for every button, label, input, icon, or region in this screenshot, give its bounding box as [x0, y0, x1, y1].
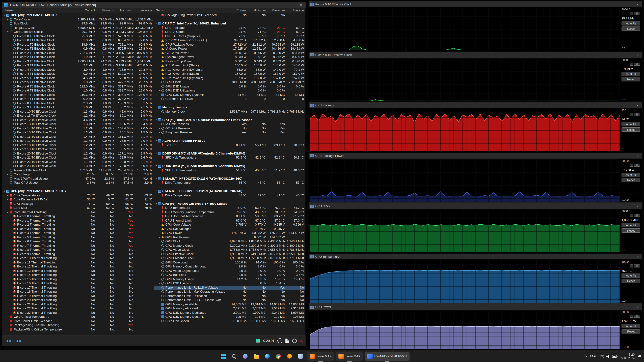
expand-chevron-icon[interactable]: ▸ — [6, 210, 10, 214]
sensor-row[interactable]: GPU D3D Memory Dynamic105 MB104 MB122 MB… — [154, 315, 305, 319]
graph-titlebar[interactable]: GPU Power× — [309, 304, 642, 310]
sensor-row[interactable]: GPU Crossbar Clock1,953.0 MHz1,725.0 MHz… — [154, 256, 305, 260]
graph-option-button[interactable] — [637, 315, 640, 318]
sensor-row[interactable]: GPU Memory Allocated2,321 MB2,309 MB2,56… — [154, 306, 305, 311]
graph-titlebar[interactable]: CPU Package× — [309, 103, 642, 108]
sensor-row[interactable]: P-core 7 T0 Effective Clock110.6 MHz71.6… — [2, 93, 154, 97]
sensor-row[interactable]: P-core 4 T0 Effective Clock3.9 MHz1.0 MH… — [2, 67, 154, 72]
expand-chevron-icon[interactable]: ▸ — [158, 131, 161, 135]
sensor-row[interactable]: ▸GT Limit ReasonsNoNoYes — [154, 126, 305, 130]
sensor-section-row[interactable]: ▾Memory Timings — [154, 105, 305, 109]
close-button[interactable]: × — [297, 2, 305, 8]
sensor-row[interactable]: P-core 4 T1 Effective Clock0.9 MHz0.8 MH… — [2, 72, 154, 76]
explorer-button[interactable] — [252, 352, 260, 361]
expand-chevron-icon[interactable]: ▸ — [158, 126, 161, 130]
column-header-maximum[interactable]: Maximum — [116, 9, 135, 12]
sensor-row[interactable]: P-core 0 T0 Effective Clock25.3 MHz5.0 M… — [2, 34, 154, 38]
sensor-row[interactable]: Performance Limit - UtilizationNoNoNoNo — [154, 294, 305, 298]
taskbar-app-powermax[interactable]: powerMAX — [307, 352, 334, 361]
expand-chevron-icon[interactable]: ▾ — [155, 105, 158, 109]
sensor-row[interactable]: P-core 1 T0 Effective Clock39.9 MHz2.6 M… — [2, 42, 154, 46]
sensor-row[interactable]: GPU Effective Clock1,936.8 MHz749.3 MHz2… — [154, 252, 305, 256]
sensor-row[interactable]: GT Cores Power0.007 W0.006 W0.050 W0.008… — [154, 51, 305, 55]
graph-plot[interactable] — [310, 58, 620, 101]
sensor-row[interactable]: E-core 13 Thermal ThrottlingNoNoNo — [2, 269, 154, 273]
sensor-row[interactable]: Core Power Limit ExceededNoNoNo — [2, 319, 154, 323]
firefox-button[interactable] — [285, 352, 294, 361]
graph-option-button[interactable] — [637, 163, 640, 166]
sensor-row[interactable]: ▸GPU D3D Usages0.0 %75.4 % — [154, 281, 305, 285]
column-header-sensor[interactable]: Sensor — [154, 9, 230, 12]
graph-titlebar[interactable]: P-core 0 T0 Effective Clock× — [309, 2, 642, 7]
taskbar-app-powermax[interactable]: powerMAX — [336, 352, 362, 361]
sensor-section-row[interactable]: ▾CPU [#0]: Intel Core i9-14900HX — [2, 13, 154, 17]
sensor-row[interactable]: SPD Hub Temperature51.2 °C40.0 °C51.2 °C… — [154, 168, 305, 172]
sensor-row[interactable]: PL2 Power Limit (Static)157.0 W157.0 W15… — [154, 72, 305, 76]
reset-button[interactable]: Reset — [622, 26, 640, 31]
graph-option-button[interactable] — [634, 163, 636, 166]
next-sensors-button[interactable]: ◄► — [15, 338, 22, 343]
sensor-row[interactable]: Package/Ring Critical TemperatureNoNoNo — [2, 327, 154, 332]
sensor-row[interactable]: GPU Memory Controller Load3.0 %2.0 %4.0 … — [154, 265, 305, 269]
sensor-row[interactable]: ▸IA Limit ReasonsYesNoYes — [154, 122, 305, 126]
sensor-row[interactable]: E-core 18 Thermal ThrottlingNoNoNo — [2, 290, 154, 294]
close-icon[interactable]: × — [635, 204, 640, 208]
sensor-row[interactable]: P-core 3 Thermal ThrottlingNoNoYes — [2, 227, 154, 231]
clock-button[interactable] — [278, 338, 282, 343]
sensor-row[interactable]: P-core 1 Thermal ThrottlingNoNoYes — [2, 218, 154, 223]
sensor-row[interactable]: ▾Core Effective Clocks99.7 MHz0.8 MHz3,3… — [2, 30, 154, 34]
sensor-row[interactable]: GPU Hot Spot Temperature83.1 °C58.3 °C83… — [154, 214, 305, 218]
taskbar-app-hwinfo[interactable]: HWiNFO® 64 v8.10-552 — [365, 352, 410, 361]
sensor-row[interactable]: Performance Limit - SLI GPUBoost SyncNoN… — [154, 298, 305, 302]
sensor-row[interactable]: ▸Core Thermal ThrottlingNoNoYes — [2, 210, 154, 214]
sensor-row[interactable]: Total CPU Usage2.5 %2.1 %67.5 %2.9 % — [2, 181, 154, 185]
chrome-button[interactable] — [274, 352, 283, 361]
column-header-current[interactable]: Current — [78, 9, 97, 12]
sensor-row[interactable]: ▸GPU Rail Voltages19.078 V19.346 V — [154, 227, 305, 231]
expand-chevron-icon[interactable]: ▾ — [3, 13, 6, 17]
sensor-row[interactable]: Core Critical TemperatureNoNoNo — [2, 315, 154, 319]
close-icon[interactable]: × — [635, 154, 640, 158]
sensor-row[interactable]: Performance Limit - Max Operating Voltag… — [154, 290, 305, 294]
sensor-row[interactable]: P-core 5 T0 Effective Clock4.5 MHz0.9 MH… — [2, 76, 154, 80]
sensor-row[interactable]: ▸Core Distance to TJMAX30 °C5 °C51 °C31 … — [2, 197, 154, 202]
graph-option-button[interactable] — [634, 62, 636, 65]
sensor-row[interactable]: P-core 2 Thermal ThrottlingNoNoYes — [2, 223, 154, 227]
sensor-section-row[interactable]: ▾CPU [#0]: Intel Core i9-14900HX: Enhanc… — [154, 21, 305, 26]
expand-chevron-icon[interactable]: ▸ — [6, 17, 10, 21]
auto-fit-button[interactable]: Auto Fit — [622, 324, 640, 328]
sensor-row[interactable]: VR VCC Current (SVID IOUT)34.521 A17.032… — [154, 38, 305, 42]
close-icon[interactable]: × — [635, 305, 640, 309]
sensor-row[interactable]: P-core 2 T1 Effective Clock1.9 MHz1.1 MH… — [2, 55, 154, 59]
language-indicator[interactable]: ENG — [590, 355, 596, 358]
expand-chevron-icon[interactable]: ▾ — [155, 164, 158, 168]
graph-option-button[interactable] — [634, 214, 636, 217]
graph-option-button[interactable] — [637, 214, 640, 217]
graph-option-button[interactable] — [630, 264, 633, 267]
close-icon[interactable]: × — [635, 103, 640, 107]
sensor-row[interactable]: P-core 0 T1 Effective Clock1.0 MHz0.8 MH… — [2, 38, 154, 42]
sensor-row[interactable]: E-core 16 Thermal ThrottlingNoNoNo — [2, 281, 154, 285]
tray-status-icons[interactable] — [600, 355, 617, 358]
sensor-row[interactable]: GPU Clock1,890.0 MHz1,875.0 MHz2,430.0 M… — [154, 239, 305, 244]
sensor-row[interactable]: Rest-of-Chip Power0.501 W0.443 W0.509 W0… — [154, 59, 305, 63]
sensor-row[interactable]: Performance Limit - Reliability VoltageN… — [154, 285, 305, 290]
expand-chevron-icon[interactable]: ▸ — [158, 281, 161, 285]
graph-titlebar[interactable]: GPU Temperature× — [309, 254, 642, 259]
sensor-row[interactable]: E-core 9 Thermal ThrottlingNoNoNo — [2, 252, 154, 256]
reset-button[interactable]: Reset — [622, 228, 640, 233]
sensor-row[interactable]: GPU Thermal Limit87.0 °C87.0 °C87.0 °C87… — [154, 218, 305, 223]
sensor-row[interactable]: E-core 10 T0 Effective Clock1.3 MHz0.9 M… — [2, 109, 154, 114]
expand-chevron-icon[interactable]: ▸ — [158, 122, 161, 126]
sensor-row[interactable]: E-core 10 Thermal ThrottlingNoNoNo — [2, 256, 154, 260]
sensor-row[interactable]: GPU Power174.679 W50.532 W175.201 W174.4… — [154, 231, 305, 235]
graph-option-button[interactable] — [637, 264, 640, 267]
sensor-row[interactable]: P-core 6 T0 Effective Clock232.0 MHz2.7 … — [2, 84, 154, 88]
sensor-row[interactable]: P-core 0 Thermal ThrottlingNoNoNo — [2, 214, 154, 218]
expand-chevron-icon[interactable]: ▸ — [6, 172, 10, 176]
expand-chevron-icon[interactable]: ▾ — [6, 30, 10, 34]
sensor-row[interactable]: E-core 8 Thermal ThrottlingNoNoNo — [2, 248, 154, 252]
sensor-row[interactable]: GPU Memory Junction Temperature76.0 °C48… — [154, 210, 305, 214]
sensor-section-row[interactable]: ▾S.M.A.R.T.: HFS002TEJ9X125N (AYD4N00081… — [154, 189, 305, 193]
sensor-row[interactable]: IA Cores Power17.925 W12.541 W40.486 W19… — [154, 46, 305, 51]
